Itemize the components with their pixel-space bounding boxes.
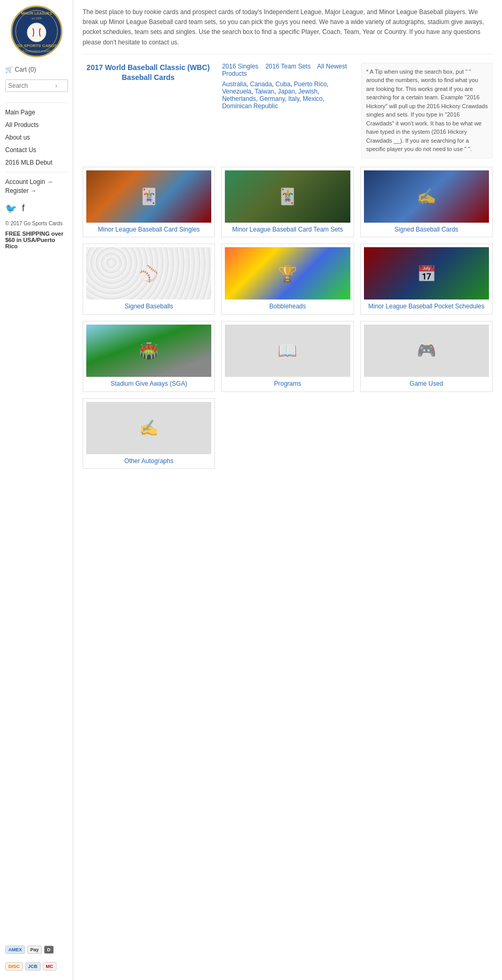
country-link-germany[interactable]: Germany bbox=[259, 95, 284, 102]
product-image-2: ✍️ bbox=[364, 170, 489, 223]
product-title-6: Stadium Give Aways (SGA) bbox=[86, 380, 211, 388]
product-card-3[interactable]: ⚾Signed Baseballs bbox=[83, 244, 215, 315]
product-image-icon-0: 🃏 bbox=[139, 187, 158, 205]
sidebar-item-mlbdebut[interactable]: 2016 MLB Debut bbox=[0, 156, 73, 169]
product-image-icon-5: 📅 bbox=[417, 264, 436, 283]
product-image-icon-2: ✍️ bbox=[417, 187, 436, 205]
svg-point-2 bbox=[27, 23, 46, 42]
sidebar-item-mainpage[interactable]: Main Page bbox=[0, 106, 73, 119]
cart-icon: 🛒 bbox=[5, 66, 13, 73]
product-title-8: Game Used bbox=[364, 380, 489, 388]
feature-row: 2017 World Baseball Classic (WBC) Baseba… bbox=[83, 63, 493, 158]
account-links: Account Login → Register → bbox=[0, 176, 73, 199]
sidebar-nav: Main Page All Products About us Contact … bbox=[0, 99, 73, 176]
facebook-icon[interactable]: f bbox=[22, 203, 25, 214]
singles-link[interactable]: 2016 Singles bbox=[222, 63, 258, 70]
free-shipping-notice: FREE SHIPPING over $60 in USA/Puerto Ric… bbox=[0, 228, 73, 251]
product-title-5: Minor League Baseball Pocket Schedules bbox=[364, 303, 489, 311]
site-logo[interactable]: MINOR LEAGUES est 1999 GO SPORTS CARDS A… bbox=[10, 5, 63, 57]
register-link[interactable]: Register → bbox=[5, 187, 67, 194]
product-title-7: Programs bbox=[225, 380, 350, 388]
payment-icons-bottom: DISC JCB MC bbox=[0, 958, 62, 975]
tip-text: * A Tip when using the search box, put "… bbox=[361, 63, 493, 158]
product-image-7: 📖 bbox=[225, 325, 350, 377]
sidebar-item-contactus[interactable]: Contact Us bbox=[0, 144, 73, 156]
product-image-icon-8: 🎮 bbox=[417, 341, 436, 360]
sidebar-item-aboutus[interactable]: About us bbox=[0, 131, 73, 144]
diners-icon: D bbox=[44, 946, 54, 954]
search-submit-icon[interactable]: › bbox=[55, 82, 60, 89]
product-card-0[interactable]: 🃏Minor League Baseball Card Singles bbox=[83, 167, 215, 238]
copyright: © 2017 Go Sports Cards bbox=[0, 218, 68, 228]
product-image-9: ✍️ bbox=[86, 402, 211, 454]
country-links: Australia, Canada, Cuba, Puerto Rico, Ve… bbox=[222, 80, 353, 110]
account-login-link[interactable]: Account Login → bbox=[5, 178, 67, 186]
product-image-icon-3: ⚾ bbox=[139, 264, 158, 283]
product-card-7[interactable]: 📖Programs bbox=[221, 321, 353, 392]
sidebar: MINOR LEAGUES est 1999 GO SPORTS CARDS A… bbox=[0, 0, 73, 980]
amex-icon: AMEX bbox=[5, 946, 25, 954]
product-grid: 🃏Minor League Baseball Card Singles🃏Mino… bbox=[83, 167, 493, 469]
country-link-taiwan[interactable]: Taiwan bbox=[255, 88, 274, 95]
main-content: The best place to buy rookie cards and p… bbox=[73, 0, 502, 980]
country-link-netherlands[interactable]: Netherlands bbox=[222, 95, 256, 102]
applepay-icon: Pay bbox=[27, 946, 42, 954]
product-title-9: Other Autographs bbox=[86, 457, 211, 466]
product-image-icon-6: 🏟️ bbox=[139, 341, 158, 360]
product-image-6: 🏟️ bbox=[86, 325, 211, 377]
product-card-9[interactable]: ✍️Other Autographs bbox=[83, 398, 215, 469]
search-wrap: › bbox=[5, 79, 68, 92]
product-title-3: Signed Baseballs bbox=[86, 303, 211, 311]
country-link-japan[interactable]: Japan bbox=[278, 88, 295, 95]
svg-text:MINOR LEAGUES: MINOR LEAGUES bbox=[21, 11, 52, 15]
product-image-3: ⚾ bbox=[86, 247, 211, 299]
country-link-canada[interactable]: Canada bbox=[250, 80, 272, 88]
product-image-icon-7: 📖 bbox=[278, 341, 297, 360]
product-image-5: 📅 bbox=[364, 247, 489, 299]
search-input[interactable] bbox=[6, 80, 55, 91]
product-title-2: Signed Baseball Cards bbox=[364, 226, 489, 234]
product-title-4: Bobbleheads bbox=[225, 303, 350, 311]
intro-text: The best place to buy rookie cards and p… bbox=[83, 7, 493, 54]
country-link-cuba[interactable]: Cuba bbox=[276, 80, 291, 88]
quick-links-box: 2016 Singles 2016 Team Sets All Newest P… bbox=[222, 63, 353, 158]
twitter-icon[interactable]: 🐦 bbox=[5, 203, 17, 214]
product-card-4[interactable]: 🏆Bobbleheads bbox=[221, 244, 353, 315]
product-title-0: Minor League Baseball Card Singles bbox=[86, 226, 211, 234]
discover-icon: DISC bbox=[5, 962, 23, 971]
social-icons: 🐦 f bbox=[0, 199, 30, 218]
wbc-box: 2017 World Baseball Classic (WBC) Baseba… bbox=[83, 63, 214, 158]
product-card-2[interactable]: ✍️Signed Baseball Cards bbox=[360, 167, 493, 238]
payment-icons-top: AMEX Pay D bbox=[0, 941, 59, 958]
country-link-jewish[interactable]: Jewish bbox=[299, 88, 318, 95]
product-image-0: 🃏 bbox=[86, 170, 211, 223]
product-image-icon-9: ✍️ bbox=[139, 419, 158, 437]
country-link-dominican-republic[interactable]: Dominican Republic bbox=[222, 102, 278, 110]
wbc-title[interactable]: 2017 World Baseball Classic (WBC) Baseba… bbox=[83, 63, 214, 83]
mastercard-icon: MC bbox=[43, 962, 56, 971]
team-sets-link[interactable]: 2016 Team Sets bbox=[265, 63, 311, 70]
product-card-5[interactable]: 📅Minor League Baseball Pocket Schedules bbox=[360, 244, 493, 315]
svg-text:est 1999: est 1999 bbox=[31, 17, 41, 20]
product-card-6[interactable]: 🏟️Stadium Give Aways (SGA) bbox=[83, 321, 215, 392]
product-title-1: Minor League Baseball Card Team Sets bbox=[225, 226, 350, 234]
product-image-4: 🏆 bbox=[225, 247, 350, 299]
product-image-1: 🃏 bbox=[225, 170, 350, 223]
country-link-puerto-rico[interactable]: Puerto Rico bbox=[294, 80, 327, 88]
svg-text:GO SPORTS CARDS: GO SPORTS CARDS bbox=[16, 43, 57, 48]
country-link-mexico[interactable]: Mexico bbox=[303, 95, 323, 102]
jcb-icon: JCB bbox=[25, 962, 41, 971]
tip-box: * A Tip when using the search box, put "… bbox=[361, 63, 493, 158]
product-image-8: 🎮 bbox=[364, 325, 489, 377]
sidebar-item-allproducts[interactable]: All Products bbox=[0, 119, 73, 131]
cart-info: 🛒 Cart (0) bbox=[0, 66, 36, 73]
product-card-8[interactable]: 🎮Game Used bbox=[360, 321, 493, 392]
product-card-1[interactable]: 🃏Minor League Baseball Card Team Sets bbox=[221, 167, 353, 238]
product-image-icon-4: 🏆 bbox=[278, 264, 297, 283]
quick-links: 2016 Singles 2016 Team Sets All Newest P… bbox=[222, 63, 353, 77]
product-image-icon-1: 🃏 bbox=[278, 187, 297, 205]
country-link-venezuela[interactable]: Venezuela bbox=[222, 88, 252, 95]
country-link-australia[interactable]: Australia bbox=[222, 80, 247, 88]
country-link-italy[interactable]: Italy bbox=[288, 95, 299, 102]
svg-text:AUTOGRAPHS & MORE: AUTOGRAPHS & MORE bbox=[21, 50, 51, 53]
